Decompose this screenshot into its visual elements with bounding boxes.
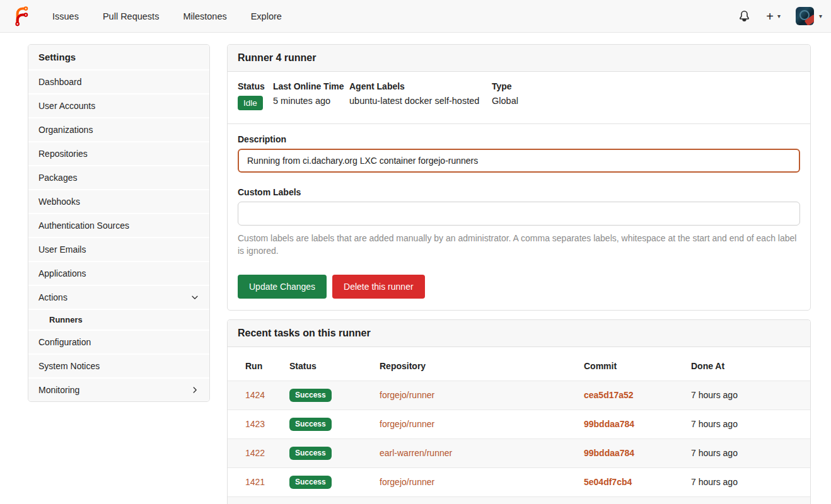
task-done-at: 7 hours ago xyxy=(691,419,738,429)
navbar-right: + ▾ ▾ xyxy=(739,7,822,25)
task-row: 1420Successactions/setup-forgejofde640f9… xyxy=(228,496,810,504)
sidebar-item-label: Dashboard xyxy=(38,77,82,87)
sidebar-item-label: Configuration xyxy=(38,337,91,347)
task-row: 1424Successforgejo/runnercea5d17a527 hou… xyxy=(228,381,810,410)
nav-item-explore[interactable]: Explore xyxy=(239,0,294,32)
top-navbar: Issues Pull Requests Milestones Explore … xyxy=(0,0,831,33)
sidebar-item-label: Settings xyxy=(38,52,76,62)
status-label: Status xyxy=(238,81,273,91)
sidebar-item-authentication-sources[interactable]: Authentication Sources xyxy=(28,213,209,237)
column-repository: Repository xyxy=(373,347,578,381)
delete-runner-button[interactable]: Delete this runner xyxy=(332,275,425,299)
task-status-badge: Success xyxy=(289,418,332,431)
recent-tasks-panel: Recent tasks on this runner Run Status R… xyxy=(227,319,811,504)
sidebar-item-system-notices[interactable]: System Notices xyxy=(28,353,209,377)
sidebar-item-label: Actions xyxy=(38,292,67,302)
task-status-badge: Success xyxy=(289,447,332,460)
sidebar-item-monitoring[interactable]: Monitoring xyxy=(28,377,209,401)
task-run-link[interactable]: 1422 xyxy=(245,448,265,458)
sidebar-item-label: Authentication Sources xyxy=(38,220,129,231)
navbar-links: Issues Pull Requests Milestones Explore xyxy=(40,0,294,32)
tasks-table-body: 1424Successforgejo/runnercea5d17a527 hou… xyxy=(228,381,810,504)
sidebar-item-user-accounts[interactable]: User Accounts xyxy=(28,93,209,117)
main-column: Runner 4 runner Status Idle Last Online … xyxy=(227,44,811,504)
sidebar-item-runners[interactable]: Runners xyxy=(28,309,209,329)
create-new-menu[interactable]: + ▾ xyxy=(766,10,781,23)
task-row: 1421Successforgejo/runner5e04df7cb47 hou… xyxy=(228,467,810,496)
sidebar-item-label: Repositories xyxy=(38,149,88,159)
runner-edit-form: Description Custom Labels Custom labels … xyxy=(228,123,810,310)
sidebar-item-organizations[interactable]: Organizations xyxy=(28,117,209,141)
sidebar-item-label: System Notices xyxy=(38,361,100,371)
last-online-label: Last Online Time xyxy=(273,81,349,91)
last-online-value: 5 minutes ago xyxy=(273,96,349,106)
task-run-link[interactable]: 1423 xyxy=(245,419,265,429)
custom-labels-input[interactable] xyxy=(238,202,800,226)
custom-labels-label: Custom Labels xyxy=(238,187,800,197)
sidebar-item-label: Applications xyxy=(38,268,86,278)
nav-item-milestones[interactable]: Milestones xyxy=(171,0,238,32)
task-status-badge: Success xyxy=(289,476,332,489)
sidebar-item-label: User Accounts xyxy=(38,101,95,111)
runner-detail-panel: Runner 4 runner Status Idle Last Online … xyxy=(227,44,811,311)
task-run-link[interactable]: 1421 xyxy=(245,477,265,487)
sidebar-item-webhooks[interactable]: Webhooks xyxy=(28,189,209,213)
recent-tasks-title: Recent tasks on this runner xyxy=(228,320,810,347)
page-content: SettingsDashboardUser AccountsOrganizati… xyxy=(0,33,831,504)
task-repository-link[interactable]: forgejo/runner xyxy=(380,477,434,487)
chevron-down-icon: ▾ xyxy=(777,13,781,20)
sidebar-item-label: User Emails xyxy=(38,244,86,255)
task-commit-link[interactable]: 99bddaa784 xyxy=(584,419,634,429)
task-done-at: 7 hours ago xyxy=(691,448,738,458)
column-commit: Commit xyxy=(578,347,685,381)
column-status: Status xyxy=(283,347,373,381)
sidebar-item-label: Webhooks xyxy=(38,197,80,207)
task-status-badge: Success xyxy=(289,389,332,402)
sidebar-item-configuration[interactable]: Configuration xyxy=(28,329,209,353)
task-commit-link[interactable]: 99bddaa784 xyxy=(584,448,634,458)
task-repository-link[interactable]: earl-warren/runner xyxy=(380,448,452,458)
task-repository-link[interactable]: forgejo/runner xyxy=(380,419,434,429)
forgejo-logo-icon[interactable] xyxy=(11,6,32,26)
sidebar-item-label: Organizations xyxy=(38,125,93,135)
task-commit-link[interactable]: cea5d17a52 xyxy=(584,390,634,400)
notifications-bell-icon[interactable] xyxy=(739,11,750,21)
update-changes-button[interactable]: Update Changes xyxy=(238,275,327,299)
form-actions: Update Changes Delete this runner xyxy=(238,275,800,299)
user-avatar[interactable] xyxy=(796,7,814,25)
sidebar-item-dashboard[interactable]: Dashboard xyxy=(28,69,209,93)
nav-item-pull-requests[interactable]: Pull Requests xyxy=(91,0,171,32)
task-row: 1422Successearl-warren/runner99bddaa7847… xyxy=(228,438,810,467)
column-done-at: Done At xyxy=(685,347,810,381)
chevron-right-icon xyxy=(190,386,199,394)
type-label: Type xyxy=(492,81,518,91)
agent-labels-label: Agent Labels xyxy=(349,81,492,91)
description-input[interactable] xyxy=(238,149,800,173)
sidebar-item-user-emails[interactable]: User Emails xyxy=(28,237,209,261)
description-label: Description xyxy=(238,134,800,144)
tasks-table-header-row: Run Status Repository Commit Done At xyxy=(228,347,810,381)
task-repository-link[interactable]: forgejo/runner xyxy=(380,390,434,400)
type-value: Global xyxy=(492,96,518,106)
task-done-at: 7 hours ago xyxy=(691,477,738,487)
user-menu-chevron-down-icon[interactable]: ▾ xyxy=(819,13,822,20)
runner-meta: Status Idle Last Online Time 5 minutes a… xyxy=(228,72,810,123)
custom-labels-help-text: Custom labels are labels that are added … xyxy=(238,232,800,258)
chevron-down-icon xyxy=(190,293,199,302)
sidebar-item-applications[interactable]: Applications xyxy=(28,261,209,285)
tasks-table: Run Status Repository Commit Done At 142… xyxy=(228,347,810,504)
task-done-at: 7 hours ago xyxy=(691,390,738,400)
status-badge: Idle xyxy=(238,96,263,110)
task-run-link[interactable]: 1424 xyxy=(245,390,265,400)
sidebar-item-repositories[interactable]: Repositories xyxy=(28,141,209,165)
sidebar-item-actions[interactable]: Actions xyxy=(28,285,209,309)
column-run: Run xyxy=(228,347,283,381)
sidebar-item-label: Runners xyxy=(49,315,83,324)
sidebar-item-packages[interactable]: Packages xyxy=(28,165,209,189)
task-commit-link[interactable]: 5e04df7cb4 xyxy=(584,477,632,487)
runner-panel-title: Runner 4 runner xyxy=(228,45,810,72)
sidebar-item-settings: Settings xyxy=(28,45,209,69)
agent-labels-value: ubuntu-latest docker self-hosted xyxy=(349,96,492,106)
plus-icon: + xyxy=(766,10,774,23)
nav-item-issues[interactable]: Issues xyxy=(40,0,91,32)
